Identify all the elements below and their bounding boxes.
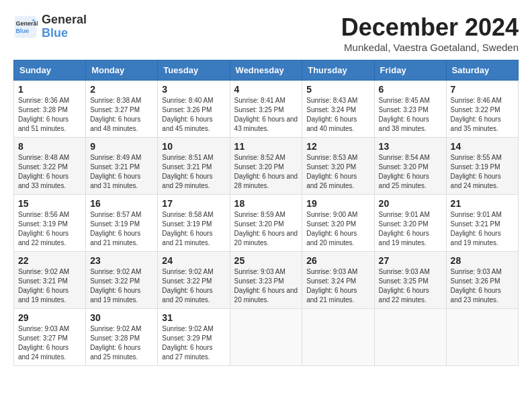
day-number: 4 bbox=[234, 84, 298, 95]
empty-cell bbox=[302, 309, 374, 366]
logo: General Blue General Blue bbox=[13, 13, 87, 40]
day-number: 9 bbox=[90, 141, 153, 152]
day-number: 1 bbox=[18, 84, 81, 95]
day-of-week-header: Tuesday bbox=[158, 60, 230, 81]
day-info: Sunrise: 8:56 AMSunset: 3:19 PMDaylight:… bbox=[18, 210, 81, 248]
calendar-week-row: 29Sunrise: 9:03 AMSunset: 3:27 PMDayligh… bbox=[14, 309, 519, 366]
calendar-day-cell: 4Sunrise: 8:41 AMSunset: 3:25 PMDaylight… bbox=[230, 81, 302, 138]
calendar-day-cell: 7Sunrise: 8:46 AMSunset: 3:22 PMDaylight… bbox=[446, 81, 518, 138]
day-info: Sunrise: 8:45 AMSunset: 3:23 PMDaylight:… bbox=[379, 96, 442, 134]
day-info: Sunrise: 8:53 AMSunset: 3:20 PMDaylight:… bbox=[306, 153, 369, 191]
day-info: Sunrise: 9:02 AMSunset: 3:21 PMDaylight:… bbox=[18, 267, 81, 305]
logo-text: General Blue bbox=[42, 13, 87, 40]
calendar-week-row: 22Sunrise: 9:02 AMSunset: 3:21 PMDayligh… bbox=[14, 252, 519, 309]
day-info: Sunrise: 8:43 AMSunset: 3:24 PMDaylight:… bbox=[306, 96, 369, 134]
day-info: Sunrise: 8:57 AMSunset: 3:19 PMDaylight:… bbox=[90, 210, 153, 248]
calendar-day-cell: 2Sunrise: 8:38 AMSunset: 3:27 PMDaylight… bbox=[86, 81, 158, 138]
day-info: Sunrise: 9:03 AMSunset: 3:23 PMDaylight:… bbox=[234, 267, 298, 305]
logo-line2: Blue bbox=[42, 27, 87, 40]
calendar-day-cell: 11Sunrise: 8:52 AMSunset: 3:20 PMDayligh… bbox=[230, 138, 302, 195]
day-number: 27 bbox=[379, 255, 442, 266]
day-info: Sunrise: 8:55 AMSunset: 3:19 PMDaylight:… bbox=[451, 153, 514, 191]
day-number: 17 bbox=[162, 198, 225, 209]
day-of-week-header: Sunday bbox=[14, 60, 86, 81]
day-number: 21 bbox=[451, 198, 514, 209]
calendar-day-cell: 20Sunrise: 9:01 AMSunset: 3:20 PMDayligh… bbox=[374, 195, 446, 252]
day-number: 24 bbox=[162, 255, 225, 266]
day-info: Sunrise: 8:36 AMSunset: 3:28 PMDaylight:… bbox=[18, 96, 81, 134]
day-number: 16 bbox=[90, 198, 153, 209]
calendar-day-cell: 15Sunrise: 8:56 AMSunset: 3:19 PMDayligh… bbox=[14, 195, 86, 252]
day-info: Sunrise: 9:02 AMSunset: 3:28 PMDaylight:… bbox=[90, 324, 153, 362]
day-info: Sunrise: 8:51 AMSunset: 3:21 PMDaylight:… bbox=[162, 153, 225, 191]
month-title: December 2024 bbox=[341, 13, 519, 42]
logo-icon: General Blue bbox=[13, 15, 38, 39]
day-number: 11 bbox=[234, 141, 298, 152]
empty-cell bbox=[374, 309, 446, 366]
svg-text:Blue: Blue bbox=[16, 28, 30, 34]
day-number: 2 bbox=[90, 84, 153, 95]
calendar-day-cell: 18Sunrise: 8:59 AMSunset: 3:20 PMDayligh… bbox=[230, 195, 302, 252]
calendar-day-cell: 14Sunrise: 8:55 AMSunset: 3:19 PMDayligh… bbox=[446, 138, 518, 195]
calendar-week-row: 15Sunrise: 8:56 AMSunset: 3:19 PMDayligh… bbox=[14, 195, 519, 252]
day-info: Sunrise: 9:03 AMSunset: 3:24 PMDaylight:… bbox=[306, 267, 369, 305]
header: General Blue General Blue December 2024 … bbox=[13, 13, 519, 53]
day-number: 25 bbox=[234, 255, 298, 266]
calendar-week-row: 8Sunrise: 8:48 AMSunset: 3:22 PMDaylight… bbox=[14, 138, 519, 195]
calendar-day-cell: 28Sunrise: 9:03 AMSunset: 3:26 PMDayligh… bbox=[446, 252, 518, 309]
location-title: Munkedal, Vaestra Goetaland, Sweden bbox=[341, 42, 519, 53]
calendar-day-cell: 23Sunrise: 9:02 AMSunset: 3:22 PMDayligh… bbox=[86, 252, 158, 309]
day-info: Sunrise: 9:03 AMSunset: 3:25 PMDaylight:… bbox=[379, 267, 442, 305]
day-info: Sunrise: 9:02 AMSunset: 3:22 PMDaylight:… bbox=[162, 267, 225, 305]
day-number: 14 bbox=[451, 141, 514, 152]
day-number: 30 bbox=[90, 312, 153, 323]
empty-cell bbox=[446, 309, 518, 366]
calendar-day-cell: 22Sunrise: 9:02 AMSunset: 3:21 PMDayligh… bbox=[14, 252, 86, 309]
calendar-day-cell: 5Sunrise: 8:43 AMSunset: 3:24 PMDaylight… bbox=[302, 81, 374, 138]
calendar-day-cell: 25Sunrise: 9:03 AMSunset: 3:23 PMDayligh… bbox=[230, 252, 302, 309]
day-number: 8 bbox=[18, 141, 81, 152]
logo-line1: General bbox=[42, 13, 87, 27]
day-number: 5 bbox=[306, 84, 369, 95]
day-number: 6 bbox=[379, 84, 442, 95]
calendar-day-cell: 9Sunrise: 8:49 AMSunset: 3:21 PMDaylight… bbox=[86, 138, 158, 195]
day-info: Sunrise: 9:01 AMSunset: 3:21 PMDaylight:… bbox=[451, 210, 514, 248]
day-number: 15 bbox=[18, 198, 81, 209]
day-of-week-header: Friday bbox=[374, 60, 446, 81]
day-number: 22 bbox=[18, 255, 81, 266]
day-info: Sunrise: 8:41 AMSunset: 3:25 PMDaylight:… bbox=[234, 96, 298, 134]
day-number: 10 bbox=[162, 141, 225, 152]
day-number: 26 bbox=[306, 255, 369, 266]
day-of-week-header: Wednesday bbox=[230, 60, 302, 81]
title-area: December 2024 Munkedal, Vaestra Goetalan… bbox=[341, 13, 519, 53]
calendar-day-cell: 26Sunrise: 9:03 AMSunset: 3:24 PMDayligh… bbox=[302, 252, 374, 309]
day-info: Sunrise: 9:03 AMSunset: 3:27 PMDaylight:… bbox=[18, 324, 81, 362]
calendar-day-cell: 3Sunrise: 8:40 AMSunset: 3:26 PMDaylight… bbox=[158, 81, 230, 138]
day-of-week-header: Monday bbox=[86, 60, 158, 81]
day-info: Sunrise: 9:02 AMSunset: 3:29 PMDaylight:… bbox=[162, 324, 225, 362]
calendar-day-cell: 13Sunrise: 8:54 AMSunset: 3:20 PMDayligh… bbox=[374, 138, 446, 195]
calendar-day-cell: 1Sunrise: 8:36 AMSunset: 3:28 PMDaylight… bbox=[14, 81, 86, 138]
day-number: 18 bbox=[234, 198, 298, 209]
day-number: 28 bbox=[451, 255, 514, 266]
day-number: 31 bbox=[162, 312, 225, 323]
calendar-day-cell: 19Sunrise: 9:00 AMSunset: 3:20 PMDayligh… bbox=[302, 195, 374, 252]
day-info: Sunrise: 8:54 AMSunset: 3:20 PMDaylight:… bbox=[379, 153, 442, 191]
calendar-day-cell: 31Sunrise: 9:02 AMSunset: 3:29 PMDayligh… bbox=[158, 309, 230, 366]
calendar-day-cell: 16Sunrise: 8:57 AMSunset: 3:19 PMDayligh… bbox=[86, 195, 158, 252]
calendar-day-cell: 27Sunrise: 9:03 AMSunset: 3:25 PMDayligh… bbox=[374, 252, 446, 309]
calendar-day-cell: 24Sunrise: 9:02 AMSunset: 3:22 PMDayligh… bbox=[158, 252, 230, 309]
day-number: 19 bbox=[306, 198, 369, 209]
day-info: Sunrise: 8:38 AMSunset: 3:27 PMDaylight:… bbox=[90, 96, 153, 134]
day-info: Sunrise: 9:01 AMSunset: 3:20 PMDaylight:… bbox=[379, 210, 442, 248]
day-info: Sunrise: 8:46 AMSunset: 3:22 PMDaylight:… bbox=[451, 96, 514, 134]
calendar-day-cell: 8Sunrise: 8:48 AMSunset: 3:22 PMDaylight… bbox=[14, 138, 86, 195]
day-number: 12 bbox=[306, 141, 369, 152]
day-info: Sunrise: 8:52 AMSunset: 3:20 PMDaylight:… bbox=[234, 153, 298, 191]
day-info: Sunrise: 9:00 AMSunset: 3:20 PMDaylight:… bbox=[306, 210, 369, 248]
day-number: 23 bbox=[90, 255, 153, 266]
day-of-week-header: Saturday bbox=[446, 60, 518, 81]
calendar-day-cell: 12Sunrise: 8:53 AMSunset: 3:20 PMDayligh… bbox=[302, 138, 374, 195]
day-number: 7 bbox=[451, 84, 514, 95]
day-of-week-header: Thursday bbox=[302, 60, 374, 81]
